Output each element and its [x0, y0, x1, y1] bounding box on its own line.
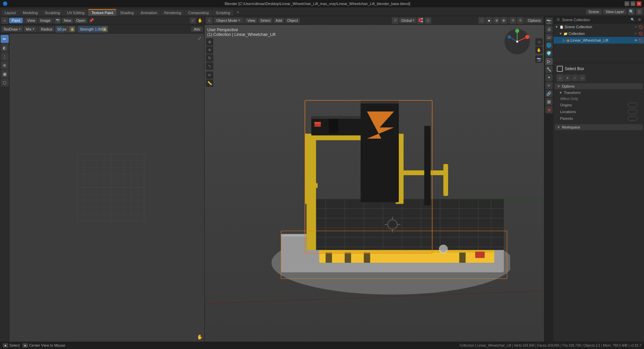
tab-animation[interactable]: Animation [138, 10, 161, 16]
solid-mode-icon[interactable]: ● [486, 17, 492, 24]
tab-rendering[interactable]: Rendering [161, 10, 184, 16]
uv-stretch-icon[interactable]: ⤢ [196, 35, 203, 42]
adv-label[interactable]: Adv [191, 27, 203, 32]
viewport-content[interactable]: User Perspective (1) Collection | Linear… [205, 25, 544, 342]
minimize-button[interactable]: ─ [625, 1, 629, 6]
image-menu[interactable]: Image [38, 18, 53, 23]
move-tool-vp[interactable]: ✛ [206, 46, 213, 54]
modifier-props-icon[interactable]: 🔧 [545, 66, 553, 73]
tool-mask[interactable]: ⬡ [1, 79, 9, 87]
pin-icon[interactable]: 📌 [88, 17, 94, 23]
scene-props-icon[interactable]: 🌐 [545, 42, 553, 49]
stretch-icon[interactable]: ⤢ [190, 17, 196, 23]
tab-modeling[interactable]: Modeling [19, 10, 41, 16]
snap-icon[interactable]: 🧲 [417, 17, 424, 24]
scene-selector[interactable]: Scene [586, 9, 602, 14]
measure-tool-vp[interactable]: 📏 [206, 80, 213, 87]
radius-field[interactable]: 50 px 🔒 [55, 26, 75, 33]
options-button[interactable]: Options [526, 18, 543, 23]
scale-tool-vp[interactable]: ⤡ [206, 62, 213, 70]
camera-icon-left[interactable]: 📷 [55, 17, 61, 23]
outliner-object-item[interactable]: ▷ ▣ Linear_Wheelchair_Lift 👁 🚫 [553, 37, 644, 44]
uv-canvas-area[interactable]: ⤢ ✋ [9, 34, 204, 342]
tab-sculpting[interactable]: Sculpting [42, 10, 63, 16]
tool-fill[interactable]: ▣ [1, 70, 9, 78]
vp-menu-icon[interactable]: ≡ [206, 17, 213, 24]
tool-draw[interactable]: ✏ [1, 35, 9, 43]
outliner-collection[interactable]: ▼ 📁 Collection 👁 🚫 [553, 30, 644, 37]
radius-lock-icon[interactable]: 🔒 [69, 27, 75, 32]
tab-compositing[interactable]: Compositing [185, 10, 212, 16]
outliner-search-icon[interactable]: 🔍 [630, 17, 635, 22]
select-box-opt4[interactable]: ∩ [579, 74, 586, 81]
workspace-section-header[interactable]: ▼ Workspace [555, 124, 643, 130]
outliner-filter-icon[interactable]: ☰ [555, 17, 561, 22]
tab-layout[interactable]: Layout [1, 10, 19, 16]
transform-orientation[interactable]: Global ▾ [399, 17, 417, 23]
wireframe-icon[interactable]: □ [478, 17, 485, 24]
tab-uv-editing[interactable]: UV Editing [64, 10, 88, 16]
outliner-scene-collection[interactable]: ▼ 📋 Scene Collection 👁 🚫 [553, 23, 644, 30]
overlay-icon[interactable]: ⊕ [509, 17, 516, 24]
tool-smear[interactable]: ⋮ [1, 52, 9, 60]
constraint-props-icon[interactable]: 🔗 [545, 90, 553, 97]
tool-soften[interactable]: ◐ [1, 44, 9, 52]
sep1 [24, 17, 24, 23]
vp-add-menu[interactable]: Add [274, 18, 284, 23]
tool-clone[interactable]: ⊕ [1, 61, 9, 69]
select-box-opt3[interactable]: − [572, 74, 578, 81]
rotate-tool-vp[interactable]: ↻ [206, 54, 213, 62]
object-props-icon[interactable]: ▷ [545, 58, 553, 65]
pivot-icon[interactable]: ⊙ [392, 17, 398, 24]
vp-object-menu[interactable]: Object [285, 18, 300, 23]
search-button[interactable]: 🔍 [628, 8, 635, 15]
proportional-edit-icon[interactable]: ◎ [425, 17, 431, 24]
vp-select-menu[interactable]: Select [258, 18, 273, 23]
close-button[interactable]: ✕ [637, 1, 641, 6]
select-box-opt2[interactable]: + [564, 74, 571, 81]
gizmo-icon[interactable]: ⊗ [517, 17, 524, 24]
blend-mode-selector[interactable]: Mix ▾ [24, 26, 37, 32]
strength-field[interactable]: Strength 1.000 🔒 [78, 26, 108, 33]
tab-scripting[interactable]: Scripting [212, 10, 233, 16]
camera-view[interactable]: 📷 [535, 55, 543, 63]
data-props-icon[interactable]: ▦ [545, 98, 553, 105]
select-box-opt1[interactable]: □ [557, 74, 564, 81]
render-icon[interactable]: ◉ [500, 17, 507, 24]
tab-texture-paint[interactable]: Texture Paint [88, 9, 116, 16]
transform-section-header[interactable]: ▼ Transform [555, 90, 643, 95]
open-button[interactable]: Open [74, 18, 87, 23]
hand-tool[interactable]: ✋ [535, 46, 543, 54]
world-props-icon[interactable]: 🌍 [545, 50, 553, 57]
paint-mode-button[interactable]: Paint [9, 18, 23, 23]
material-props-icon[interactable]: ◉ [545, 106, 553, 113]
uv-hand-icon[interactable]: ✋ [196, 334, 203, 340]
tab-shading[interactable]: Shading [117, 10, 137, 16]
zoom-to-selected[interactable]: ⊙ [535, 38, 543, 46]
particle-props-icon[interactable]: ✦ [545, 74, 553, 81]
locations-toggle[interactable] [628, 109, 637, 114]
output-props-icon[interactable]: 🖨 [545, 26, 553, 33]
new-button[interactable]: New [62, 18, 73, 23]
cursor-tool-vp[interactable]: ⊹ [206, 38, 213, 46]
vp-view-menu[interactable]: View [245, 18, 257, 23]
view-menu[interactable]: View [25, 18, 37, 23]
nav-gizmo[interactable]: Y X [504, 28, 531, 55]
parents-toggle[interactable] [628, 116, 637, 121]
object-mode-selector[interactable]: Object Mode ▾ [214, 17, 243, 23]
lookdev-icon[interactable]: ◑ [493, 17, 500, 24]
add-workspace-button[interactable]: + [234, 8, 242, 16]
annotate-tool-vp[interactable]: ✏ [206, 71, 213, 79]
maximize-button[interactable]: □ [631, 1, 635, 6]
render-props-icon[interactable]: 📷 [545, 17, 553, 25]
options-section-header[interactable]: ▼ Options [555, 83, 643, 89]
origins-toggle[interactable] [628, 103, 637, 107]
physics-props-icon[interactable]: ⚛ [545, 82, 553, 89]
brush-type-selector[interactable]: TexDraw ▾ [1, 26, 23, 32]
view-layer-props-icon[interactable]: 🗂 [545, 34, 553, 41]
hand-icon-left[interactable]: ✋ [197, 17, 203, 23]
filter-button[interactable]: ☰ [636, 8, 643, 15]
outliner-filter-btn[interactable]: ⚙ [637, 17, 642, 22]
view-layer-selector[interactable]: View Layer [603, 9, 627, 14]
header-menu-icon[interactable]: ≡ [1, 17, 8, 24]
